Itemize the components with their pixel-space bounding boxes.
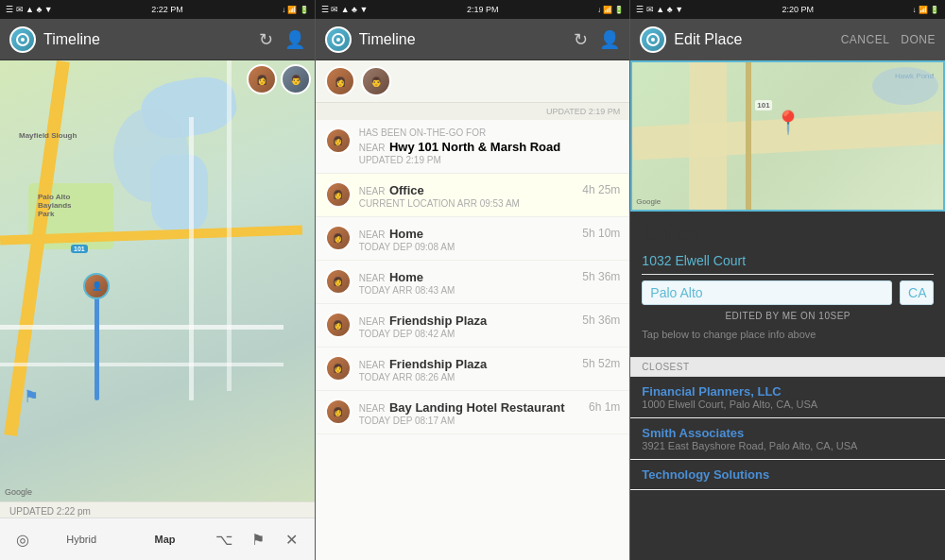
- tl-item-sub-6: TODAY DEP 08:17 am: [359, 416, 576, 426]
- google-label-edit: Google: [636, 197, 661, 206]
- tl-item-avatar-1: 👩: [325, 181, 352, 208]
- status-bar-2: ☰ ✉ ▲ ♣ ▼ 2:19 PM ↓ 📶 🔋: [316, 0, 631, 19]
- status-icons-1: ☰ ✉ ▲ ♣ ▼: [6, 5, 53, 14]
- edit-map[interactable]: 101 Hawk Pond 📍 Google: [630, 60, 945, 212]
- panel1-title: Timeline: [43, 31, 251, 48]
- tl-item-3[interactable]: 👩 NEAR Home TODAY ARR 08:43 am 5h 36m: [316, 261, 630, 304]
- tl-updated: UPDATED 2:19 pm: [316, 103, 630, 120]
- tl-avatar-2: 👨: [361, 66, 391, 96]
- emap-road-101: [746, 62, 751, 212]
- panel2-title: Timeline: [359, 31, 567, 48]
- panel1-refresh-icon[interactable]: ↻: [259, 29, 273, 50]
- map-road-w1: [0, 325, 284, 330]
- tl-item-0[interactable]: 👩 HAS BEEN ON-THE-GO FOR NEAR Hwy 101 No…: [316, 120, 630, 174]
- panel-timeline: Timeline ↻ 👤 👩 👨 UPDATED 2:19 pm 👩 HAS B…: [316, 19, 631, 560]
- done-button[interactable]: DONE: [901, 33, 936, 46]
- tl-item-avatar-6: 👩: [325, 399, 352, 425]
- avatar-1: 👩: [247, 64, 277, 94]
- route-btn[interactable]: ⌥: [209, 524, 239, 554]
- status-time-1: 2:22 PM: [151, 5, 183, 14]
- place-state-field[interactable]: CA: [900, 280, 934, 305]
- tl-item-1[interactable]: 👩 NEAR Office CURRENT LOCATION ARR 09:53…: [316, 174, 630, 217]
- tl-near-tag-1: NEAR: [359, 186, 386, 196]
- tl-item-sub-0: UPDATED 2:19 pm: [359, 155, 621, 165]
- tl-item-sub-4: TODAY DEP 08:42 am: [359, 329, 576, 339]
- panel-map: Timeline ↻ 👤 101: [0, 19, 316, 560]
- edit-map-pin: 📍: [774, 110, 802, 136]
- tl-item-duration-3: 5h 36m: [582, 270, 620, 283]
- tl-item-sub-1: CURRENT LOCATION ARR 09:53 am: [359, 198, 576, 209]
- tl-near-tag-2: NEAR: [359, 229, 386, 240]
- tl-item-sub-2: TODAY DEP 09:08 am: [359, 242, 576, 252]
- edited-info: EDITED BY ME ON 10SEP: [642, 311, 934, 321]
- cancel-button[interactable]: CANCEL: [841, 33, 890, 46]
- map-road-v1: [189, 117, 194, 400]
- map-label-mayfield: Mayfield Slough: [19, 131, 77, 140]
- tl-item-4[interactable]: 👩 NEAR Friendship Plaza TODAY DEP 08:42 …: [316, 304, 630, 348]
- tl-item-avatar-0: 👩: [325, 127, 352, 154]
- status-icons-2: ☰ ✉ ▲ ♣ ▼: [321, 5, 369, 14]
- tab-map[interactable]: Map: [125, 530, 204, 549]
- flag-btn[interactable]: ⚑: [243, 524, 273, 554]
- tl-item-sub-3: TODAY ARR 08:43 am: [359, 285, 576, 296]
- tl-item-avatar-5: 👩: [325, 355, 352, 382]
- tl-item-name-5: Friendship Plaza: [389, 357, 487, 371]
- location-btn[interactable]: ◎: [8, 524, 38, 554]
- panel2-actions: ↻ 👤: [574, 29, 620, 50]
- place-name: Office: [642, 221, 934, 246]
- tl-item-name-4: Friendship Plaza: [389, 314, 487, 328]
- tl-item-meta-4: NEAR Friendship Plaza TODAY DEP 08:42 am: [359, 312, 576, 339]
- panel2-refresh-icon[interactable]: ↻: [574, 29, 588, 50]
- google-label-1: Google: [5, 487, 32, 497]
- tab-hybrid[interactable]: Hybrid: [42, 530, 121, 549]
- map-controls: ◎ Hybrid Map ⌥ ⚑ ✕: [0, 518, 315, 560]
- map-water-3: [151, 155, 208, 230]
- tl-item-meta-1: NEAR Office CURRENT LOCATION ARR 09:53 a…: [359, 181, 576, 209]
- close-btn[interactable]: ✕: [277, 524, 307, 554]
- tl-item-duration-2: 5h 10m: [582, 227, 620, 240]
- tl-item-2[interactable]: 👩 NEAR Home TODAY DEP 09:08 am 5h 10m: [316, 217, 630, 261]
- tl-near-tag-3: NEAR: [359, 273, 386, 283]
- emap-101-label: 101: [755, 100, 771, 110]
- map-view[interactable]: 101 👤 ⚑ Palo AltoBaylandsPark Mayfield S…: [0, 60, 315, 501]
- map-user-marker: 👤: [83, 273, 110, 299]
- emap-water-hawk: [872, 67, 938, 105]
- road-badge-101: 101: [71, 245, 88, 253]
- tl-item-6[interactable]: 👩 NEAR Bay Landing Hotel Restaurant TODA…: [316, 391, 630, 434]
- closest-addr-1: 3921 East Bayshore Road, Palo Alto, CA, …: [642, 440, 934, 451]
- avatars-row: 👩 👨: [316, 60, 630, 103]
- closest-item-0[interactable]: Financial Planners, LLC 1000 Elwell Cour…: [630, 377, 945, 418]
- tl-item-5[interactable]: 👩 NEAR Friendship Plaza TODAY ARR 08:26 …: [316, 348, 630, 391]
- closest-item-2[interactable]: Technology Solutions: [630, 460, 945, 490]
- panel1-actions: ↻ 👤: [259, 29, 305, 50]
- closest-item-1[interactable]: Smith Associates 3921 East Bayshore Road…: [630, 418, 945, 460]
- timeline-list[interactable]: 👩 HAS BEEN ON-THE-GO FOR NEAR Hwy 101 No…: [316, 120, 630, 560]
- panel2-header: Timeline ↻ 👤: [316, 19, 630, 60]
- closest-name-2: Technology Solutions: [642, 467, 934, 482]
- tl-item-sub-5: TODAY ARR 08:26 am: [359, 372, 576, 382]
- tap-hint: Tap below to change place info above: [642, 329, 934, 340]
- panel2-person-icon[interactable]: 👤: [599, 29, 620, 50]
- place-city-field[interactable]: Palo Alto: [642, 280, 892, 305]
- edit-logo: [640, 26, 666, 53]
- tl-item-name-0: Hwy 101 North & Marsh Road: [389, 140, 560, 154]
- status-right-3: ↓ 📶 🔋: [913, 6, 939, 14]
- tl-item-meta-3: NEAR Home TODAY ARR 08:43 am: [359, 268, 576, 296]
- closest-header: CLOSEST: [630, 357, 945, 377]
- svg-point-3: [336, 38, 340, 42]
- place-address[interactable]: 1032 Elwell Court: [642, 253, 934, 275]
- panel1-person-icon[interactable]: 👤: [284, 29, 305, 50]
- tl-item-duration-5: 5h 52m: [582, 357, 620, 370]
- tl-item-meta-0: HAS BEEN ON-THE-GO FOR NEAR Hwy 101 Nort…: [359, 127, 621, 165]
- edit-title: Edit Place: [674, 31, 840, 48]
- update-text-1: UPDATED 2:22 pm: [9, 506, 91, 517]
- map-tabs-row: ◎ Hybrid Map ⌥ ⚑ ✕: [0, 518, 315, 560]
- closest-name-1: Smith Associates: [642, 426, 934, 440]
- svg-point-1: [21, 38, 25, 42]
- tl-near-tag-5: NEAR: [359, 360, 386, 370]
- tl-item-name-3: Home: [389, 270, 423, 284]
- tl-item-meta-2: NEAR Home TODAY DEP 09:08 am: [359, 225, 576, 252]
- svg-point-5: [651, 38, 655, 42]
- panel1-logo: [9, 26, 36, 53]
- tl-item-avatar-4: 👩: [325, 312, 352, 338]
